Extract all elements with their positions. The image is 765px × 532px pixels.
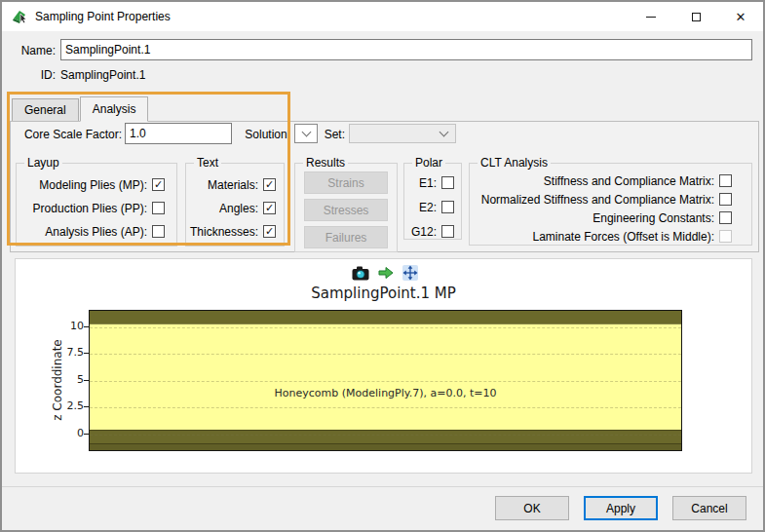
- core-scale-factor-input[interactable]: [125, 123, 232, 144]
- apply-button[interactable]: Apply: [584, 496, 658, 520]
- check-row: Thicknesses:: [186, 222, 276, 241]
- e2-label: E2:: [419, 201, 437, 214]
- check-row: E1:: [404, 173, 454, 192]
- angles-label: Angles:: [219, 202, 258, 215]
- gridline: [90, 327, 681, 328]
- y-tick-label: 5: [51, 373, 84, 386]
- e1-checkbox[interactable]: [441, 176, 454, 189]
- ply-layer: [90, 430, 681, 443]
- strains-button: Strains: [304, 171, 388, 194]
- y-tick-label: 0: [51, 427, 84, 439]
- angles-checkbox[interactable]: [263, 202, 276, 214]
- e2-checkbox[interactable]: [441, 201, 454, 213]
- modeling-plies-mp-checkbox[interactable]: [152, 178, 165, 191]
- gridline: [90, 381, 681, 382]
- cancel-button[interactable]: Cancel: [672, 496, 746, 520]
- materials-checkbox[interactable]: [263, 178, 276, 191]
- analysis-plies-ap-checkbox[interactable]: [152, 225, 165, 238]
- stresses-button: Stresses: [304, 199, 388, 221]
- e1-label: E1:: [419, 176, 437, 190]
- analysis-plies-ap-label: Analysis Plies (AP):: [45, 225, 147, 239]
- polar-groupbox: Polar E1:E2:G12:: [403, 163, 462, 240]
- laminate-forces-offset-is-middle-label: Laminate Forces (Offset is Middle):: [532, 230, 714, 244]
- check-row: E2:: [404, 198, 454, 216]
- ok-button[interactable]: OK: [495, 496, 569, 520]
- id-value: SamplingPoint.1: [60, 68, 145, 82]
- maximize-icon: [692, 13, 701, 21]
- chart-toolbar: [352, 265, 418, 281]
- pan-icon[interactable]: [402, 265, 418, 281]
- stiffness-and-compliance-matrix-checkbox[interactable]: [719, 174, 732, 187]
- ply-layer: [90, 323, 681, 430]
- chart-title: SamplingPoint.1 MP: [16, 285, 751, 302]
- tab-strip: GeneralAnalysis: [12, 95, 149, 121]
- failures-button: Failures: [304, 226, 388, 248]
- chevron-down-icon: [301, 128, 311, 137]
- y-tick-label: 2.5: [51, 399, 84, 412]
- check-row: Angles:: [186, 199, 276, 217]
- text-groupbox: Text Materials:Angles:Thicknesses:: [185, 163, 285, 247]
- name-input[interactable]: [60, 39, 752, 60]
- production-plies-pp-checkbox[interactable]: [152, 202, 165, 214]
- sampling-point-properties-dialog: Sampling Point Properties ✕ Name: ID: Sa…: [0, 0, 765, 532]
- ply-layer: [90, 311, 681, 323]
- check-row: Laminate Forces (Offset is Middle):: [470, 227, 732, 246]
- update-arrow-icon[interactable]: [378, 266, 394, 280]
- core-scale-factor-label: Core Scale Factor:: [16, 128, 122, 141]
- check-row: Stiffness and Compliance Matrix:: [470, 171, 732, 190]
- chart-panel: SamplingPoint.1 MP z Coorddinate 02.557.…: [15, 258, 752, 474]
- g12-label: G12:: [411, 225, 437, 239]
- footer-separator: [2, 486, 763, 487]
- check-row: Production Plies (PP):: [17, 199, 165, 217]
- check-row: Analysis Plies (AP):: [17, 222, 165, 241]
- gridline: [90, 435, 681, 436]
- gridline: [90, 407, 681, 408]
- stiffness-and-compliance-matrix-label: Stiffness and Compliance Matrix:: [544, 174, 714, 188]
- thicknesses-checkbox[interactable]: [263, 225, 276, 238]
- title-bar: Sampling Point Properties ✕: [2, 2, 763, 31]
- tab-general[interactable]: General: [12, 98, 79, 121]
- check-row: Modeling Plies (MP):: [17, 175, 165, 194]
- close-icon: ✕: [736, 11, 746, 23]
- maximize-button[interactable]: [673, 2, 718, 31]
- chevron-down-icon: [440, 128, 449, 137]
- id-label: ID:: [16, 68, 56, 82]
- check-row: G12:: [404, 222, 454, 241]
- camera-icon[interactable]: [352, 266, 369, 281]
- solution-select[interactable]: [294, 124, 318, 143]
- window-title: Sampling Point Properties: [35, 10, 171, 23]
- close-button[interactable]: ✕: [718, 2, 763, 31]
- tab-analysis[interactable]: Analysis: [80, 96, 149, 122]
- check-row: Normalized Stiffness and Compliance Matr…: [470, 190, 732, 209]
- app-icon: [12, 9, 29, 24]
- footer-buttons: OKApplyCancel: [495, 496, 746, 520]
- set-label: Set:: [320, 128, 345, 141]
- results-groupbox: Results StrainsStressesFailures: [294, 163, 398, 252]
- results-group-title: Results: [303, 156, 348, 170]
- y-tick-label: 10: [51, 320, 84, 332]
- gridline: [90, 354, 681, 355]
- minimize-icon: [646, 17, 656, 18]
- check-row: Materials:: [186, 175, 276, 194]
- y-tick-label: 7.5: [51, 346, 84, 359]
- minimize-button[interactable]: [629, 2, 673, 31]
- y-axis: 02.557.510: [51, 310, 84, 451]
- plot-area: Honeycomb (ModelingPly.7), a=0.0, t=10: [89, 310, 682, 451]
- g12-checkbox[interactable]: [441, 225, 454, 238]
- ply-annotation: Honeycomb (ModelingPly.7), a=0.0, t=10: [90, 387, 681, 399]
- layup-groupbox: Layup Modeling Plies (MP):Production Pli…: [16, 163, 177, 247]
- check-row: Engineering Constants:: [470, 209, 732, 227]
- normalized-stiffness-and-compliance-matrix-checkbox[interactable]: [719, 193, 732, 206]
- thicknesses-label: Thicknesses:: [190, 225, 258, 239]
- production-plies-pp-label: Production Plies (PP):: [33, 202, 147, 215]
- solution-label: Solution:: [232, 128, 290, 141]
- ply-layer: [90, 443, 681, 451]
- materials-label: Materials:: [208, 178, 258, 192]
- clt-analysis-groupbox: CLT Analysis Stiffness and Compliance Ma…: [469, 163, 752, 246]
- engineering-constants-label: Engineering Constants:: [593, 211, 714, 225]
- laminate-forces-offset-is-middle-checkbox: [719, 230, 732, 243]
- engineering-constants-checkbox[interactable]: [719, 211, 732, 224]
- modeling-plies-mp-label: Modeling Plies (MP):: [39, 178, 147, 192]
- normalized-stiffness-and-compliance-matrix-label: Normalized Stiffness and Compliance Matr…: [481, 193, 714, 207]
- name-label: Name:: [12, 44, 56, 57]
